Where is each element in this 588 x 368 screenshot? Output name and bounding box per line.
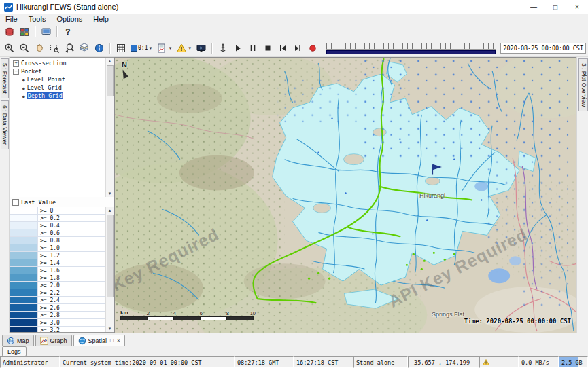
zoom-in-icon[interactable]	[2, 41, 17, 55]
play-icon[interactable]	[230, 41, 245, 55]
legend-row[interactable]: >= 2.2	[10, 289, 106, 297]
close-tab-button[interactable]: ×	[117, 337, 120, 344]
legend-swatch	[10, 319, 38, 326]
maximize-button[interactable]: □	[544, 0, 566, 14]
tree-expander-icon[interactable]: +	[13, 60, 19, 67]
right-tab-strip: 3 : Plot Overview	[576, 57, 588, 333]
profile-icon[interactable]: ▼	[154, 41, 174, 55]
tree-item[interactable]: ●Level Grid	[10, 84, 106, 92]
scroll-up-icon[interactable]: ▲	[108, 207, 112, 214]
vertical-tab[interactable]: 3 : Plot Overview	[578, 58, 588, 111]
info-icon[interactable]	[92, 41, 107, 55]
tree-item[interactable]: ●Depth Grid	[10, 92, 106, 100]
scroll-up-icon[interactable]: ▲	[108, 58, 112, 65]
tree-expander-icon[interactable]: −	[13, 69, 19, 75]
legend-row[interactable]: >= 2.0	[10, 282, 106, 289]
scroll-down-icon[interactable]: ▼	[108, 325, 112, 332]
chevron-down-icon: ▼	[168, 46, 172, 50]
menu-item[interactable]: Tools	[23, 14, 52, 24]
tree-expander-icon[interactable]: ●	[22, 94, 25, 98]
status-user: Administrator	[0, 356, 60, 368]
zoom-previous-icon[interactable]	[62, 41, 77, 55]
warning-icon[interactable]: ▼	[174, 41, 194, 55]
legend-row[interactable]: >= 2.6	[10, 304, 106, 312]
vertical-tab[interactable]: 6 : Data Viewer	[1, 100, 9, 149]
tree-expander-icon[interactable]: ●	[22, 77, 25, 82]
menu-item[interactable]: Help	[88, 14, 114, 24]
status-local-time: 16:27:18 CST	[294, 356, 353, 368]
legend-row[interactable]: >= 3.0	[10, 319, 106, 327]
place-label: Springs Flat	[432, 311, 464, 318]
legend-row[interactable]: >= 0.6	[10, 229, 106, 237]
legend-row[interactable]: >= 2.4	[10, 297, 106, 304]
legend-row[interactable]: >= 1.2	[10, 252, 106, 259]
legend-row[interactable]: >= 0.8	[10, 237, 106, 244]
record-icon[interactable]	[305, 41, 320, 55]
legend-swatch	[10, 259, 38, 266]
legend-scrollbar[interactable]: ▲▼	[105, 207, 114, 332]
skip-end-icon[interactable]	[290, 41, 305, 55]
float-tab-button[interactable]: □	[110, 337, 114, 344]
mosaic-icon[interactable]	[17, 25, 32, 39]
scale-icon[interactable]: 0:1▼	[128, 41, 154, 55]
skip-start-icon[interactable]	[275, 41, 290, 55]
screen-icon[interactable]	[194, 41, 209, 55]
minimize-button[interactable]: —	[523, 0, 544, 14]
legend-swatch	[10, 229, 38, 236]
pan-icon[interactable]	[32, 41, 47, 55]
menu-item[interactable]: File	[0, 14, 23, 24]
legend-row[interactable]: >= 1.6	[10, 267, 106, 274]
time-slider[interactable]	[326, 42, 496, 54]
pause-icon[interactable]	[245, 41, 260, 55]
legend-row[interactable]: >= 2.8	[10, 312, 106, 319]
legend-row[interactable]: >= 0	[10, 207, 106, 215]
status-warning[interactable]	[479, 356, 519, 368]
monitor-icon[interactable]	[39, 25, 54, 39]
tab-graph[interactable]: Graph	[35, 335, 72, 346]
tab-map[interactable]: Map	[2, 335, 34, 346]
tree-item[interactable]: ●Level Point	[10, 75, 106, 84]
tree-item[interactable]: −Pocket	[10, 67, 106, 75]
database-icon[interactable]	[2, 25, 17, 39]
tab-spatial[interactable]: Spatial □ ×	[73, 335, 125, 346]
main-toolbar: ?	[0, 24, 588, 39]
status-mode: Stand alone	[353, 356, 408, 368]
legend-row[interactable]: >= 1.4	[10, 259, 106, 267]
legend-row[interactable]: >= 0.2	[10, 215, 106, 222]
tree-scrollbar[interactable]: ▲▼	[105, 58, 114, 197]
legend-swatch	[10, 222, 38, 229]
scroll-down-icon[interactable]: ▼	[108, 190, 112, 197]
map-view[interactable]: N API Key Required API Key Required Hiku…	[114, 57, 576, 333]
tree-expander-icon[interactable]: ●	[22, 86, 25, 90]
legend-row[interactable]: >= 1.0	[10, 244, 106, 252]
separator	[35, 26, 36, 37]
vertical-tab[interactable]: 5 : Forecast	[1, 58, 9, 98]
legend-swatch	[10, 267, 38, 274]
menu-item[interactable]: Options	[51, 14, 88, 24]
map-canvas[interactable]	[115, 58, 576, 333]
close-button[interactable]: ×	[566, 0, 588, 14]
legend-row[interactable]: >= 0.4	[10, 222, 106, 229]
grid-icon[interactable]	[114, 41, 128, 55]
legend-title: Last Value	[21, 199, 56, 206]
zoom-out-icon[interactable]	[17, 41, 32, 55]
tree-item[interactable]: +Cross-section	[10, 59, 106, 67]
logs-row: Logs	[0, 346, 588, 356]
map-toolbar: 0:1▼ ▼ ▼ 2020-08-25 00:00:00 CST	[0, 39, 588, 57]
time-slider-bar	[326, 50, 496, 54]
legend-row[interactable]: >= 1.8	[10, 274, 106, 282]
help-icon[interactable]: ?	[60, 25, 75, 39]
legend-swatch	[10, 215, 38, 221]
anchor-icon[interactable]	[215, 41, 230, 55]
scale-bar-segment: 2	[120, 316, 148, 320]
scrollbar-thumb[interactable]	[107, 65, 114, 96]
logs-button[interactable]: Logs	[2, 346, 27, 356]
legend-swatch	[10, 252, 38, 259]
last-value-checkbox[interactable]	[12, 199, 19, 206]
zoom-extent-icon[interactable]	[47, 41, 62, 55]
legend-row[interactable]: >= 3.2	[10, 327, 106, 332]
legend-swatch	[10, 297, 38, 303]
stop-icon[interactable]	[260, 41, 275, 55]
layers-icon[interactable]	[77, 41, 92, 55]
scrollbar-thumb[interactable]	[107, 215, 114, 297]
